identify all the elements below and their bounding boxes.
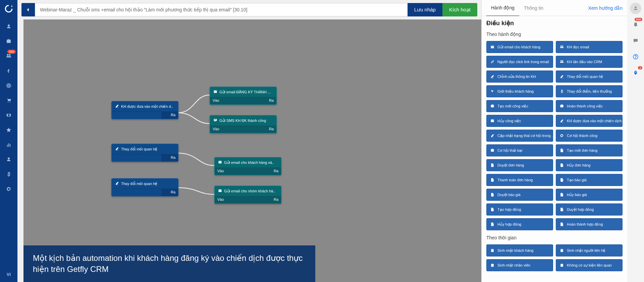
left-nav: 666 VI <box>0 0 17 282</box>
users-icon <box>559 45 564 49</box>
action-9[interactable]: Hoàn thành công việc <box>556 100 623 112</box>
node-send-email-group[interactable]: Gửi email cho nhóm khách hà.. VàoRa <box>214 186 281 204</box>
action-21[interactable]: Hủy báo giá <box>556 189 623 201</box>
edit-icon <box>559 74 564 79</box>
panel-title: Điều kiện <box>482 16 627 29</box>
edit-icon <box>490 74 495 79</box>
action-20[interactable]: Duyệt báo giá <box>486 189 553 201</box>
port-in[interactable]: Vào <box>210 97 243 104</box>
action-0[interactable]: Gửi email cho khách hàng <box>486 41 553 53</box>
workflow-title-input[interactable] <box>35 3 408 16</box>
port-in[interactable]: Vào <box>215 196 248 203</box>
port-out[interactable]: Ra <box>243 97 276 104</box>
node-send-email-customer[interactable]: Gửi email cho khách hàng xá.. VàoRa <box>214 157 281 175</box>
node-trigger-campaign[interactable]: KH được đưa vào một chiến d.. Ra <box>111 101 178 119</box>
port-out[interactable]: Ra <box>248 168 281 175</box>
nav-settings[interactable] <box>0 182 17 196</box>
rocket-icon[interactable]: 3 <box>630 67 641 79</box>
briefcase-icon <box>490 148 495 153</box>
lang-indicator[interactable]: VI <box>7 272 11 277</box>
node-label: Thay đổi mối quan hệ <box>121 182 157 186</box>
action-5[interactable]: Thay đổi mối quan hệ <box>556 70 623 83</box>
edit-icon <box>115 147 119 151</box>
port-out[interactable]: Ra <box>161 154 178 161</box>
nav-dollar[interactable] <box>0 167 17 182</box>
nav-star[interactable] <box>0 123 17 137</box>
gear-icon <box>559 133 564 138</box>
nav-money[interactable] <box>0 108 17 123</box>
time-action-0[interactable]: Sinh nhật khách hàng <box>486 244 553 256</box>
time-action-grid: Sinh nhật khách hàngSinh nhật người liên… <box>482 242 627 273</box>
port-out[interactable]: Ra <box>161 189 178 196</box>
notification-bell[interactable]: 666 <box>630 19 641 30</box>
activate-button[interactable]: Kích hoạt <box>442 3 477 16</box>
node-change-relation-2[interactable]: Thay đổi mối quan hệ Ra <box>111 178 178 196</box>
action-17[interactable]: Hủy đơn hàng <box>556 159 623 171</box>
nav-target[interactable] <box>0 78 17 93</box>
file-icon <box>559 163 564 168</box>
calendar-icon <box>490 248 495 253</box>
nav-briefcase[interactable] <box>0 34 17 49</box>
action-12[interactable]: Cập nhật trạng thái cơ hội trong ... <box>486 130 553 142</box>
port-out[interactable]: Ra <box>243 126 276 133</box>
save-draft-button[interactable]: Lưu nháp <box>408 3 442 16</box>
section-by-action: Theo hành động <box>482 29 627 39</box>
user-avatar[interactable] <box>630 3 641 14</box>
users-icon <box>559 59 564 64</box>
file-icon <box>559 207 564 212</box>
nav-cart[interactable] <box>0 93 17 108</box>
action-22[interactable]: Tạo hợp đồng <box>486 203 553 216</box>
action-24[interactable]: Hủy hợp đồng <box>486 218 553 230</box>
nav-hr[interactable] <box>0 152 17 167</box>
port-in[interactable]: Vào <box>210 126 243 133</box>
action-4[interactable]: Chỉnh sửa thông tin KH <box>486 70 553 83</box>
tab-info[interactable]: Thông tin <box>519 0 548 16</box>
briefcase-icon <box>559 104 564 108</box>
nav-facebook[interactable] <box>0 63 17 78</box>
help-icon[interactable] <box>630 51 641 62</box>
time-action-1[interactable]: Sinh nhật người liên hệ <box>556 244 623 256</box>
action-13[interactable]: Cơ hội thành công <box>556 130 623 142</box>
port-out[interactable]: Ra <box>248 196 281 203</box>
nav-chart[interactable] <box>0 137 17 152</box>
edit-icon <box>115 104 119 109</box>
action-19[interactable]: Tạo báo giá <box>556 174 623 186</box>
file-icon <box>490 207 495 212</box>
action-8[interactable]: Tạo mới công việc <box>486 100 553 112</box>
file-icon <box>559 148 564 153</box>
action-7[interactable]: Thay đổi điểm, tiền thưởng <box>556 85 623 97</box>
tab-actions[interactable]: Hành động <box>486 0 519 16</box>
help-link[interactable]: Xem hướng dẫn <box>588 5 623 11</box>
action-6[interactable]: Giới thiệu khách hàng <box>486 85 553 97</box>
port-in[interactable]: Vào <box>215 168 248 175</box>
back-button[interactable] <box>21 3 35 16</box>
mail-icon <box>213 90 217 94</box>
port-out[interactable]: Ra <box>161 112 178 119</box>
action-15[interactable]: Tạo mới đơn hàng <box>556 144 623 156</box>
nav-user[interactable] <box>0 19 17 34</box>
workflow-canvas[interactable]: KH được đưa vào một chiến d.. Ra Gửi ema… <box>23 19 481 282</box>
time-action-3[interactable]: Không có sự kiện liên quan <box>556 259 623 271</box>
calendar-icon <box>490 263 495 268</box>
nav-badge: 666 <box>7 50 16 54</box>
file-icon <box>490 178 495 182</box>
node-change-relation-1[interactable]: Thay đổi mối quan hệ Ra <box>111 144 178 162</box>
app-logo[interactable] <box>3 3 14 14</box>
action-10[interactable]: Hủy công việc <box>486 115 553 127</box>
action-23[interactable]: Duyệt hợp đồng <box>556 203 623 216</box>
link-icon <box>490 59 495 64</box>
node-send-sms[interactable]: Gửi SMS KH ĐK thành công VàoRa <box>210 115 277 133</box>
action-3[interactable]: KH lần đầu vào CRM <box>556 56 623 68</box>
action-16[interactable]: Duyệt đơn hàng <box>486 159 553 171</box>
action-2[interactable]: Người đọc click link trong email <box>486 56 553 68</box>
node-send-email-register[interactable]: Gửi email ĐĂNG KÝ THÀNH ... VàoRa <box>210 87 277 105</box>
action-11[interactable]: KH được đưa vào một chiến dịch <box>556 115 623 127</box>
action-1[interactable]: KH đọc email <box>556 41 623 53</box>
nav-users[interactable]: 666 <box>0 49 17 63</box>
chat-icon[interactable] <box>630 35 641 46</box>
action-25[interactable]: Hoàn thành hợp đồng <box>556 218 623 230</box>
time-action-2[interactable]: Sinh nhật nhân viên <box>486 259 553 271</box>
action-18[interactable]: Thanh toán đơn hàng <box>486 174 553 186</box>
file-icon <box>559 178 564 182</box>
action-14[interactable]: Cơ hội thất bại <box>486 144 553 156</box>
